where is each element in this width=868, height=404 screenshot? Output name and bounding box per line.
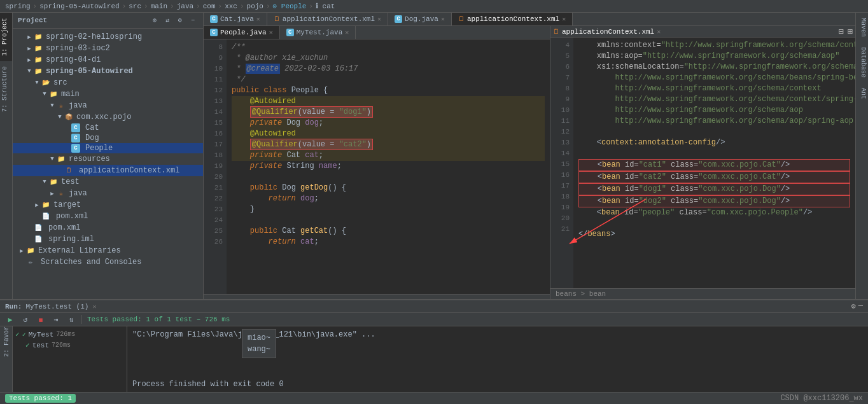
status-pass-badge: Tests passed: 1 (5, 394, 76, 403)
people-java-editor: C People.java ✕ C MyTest.java ✕ 8 9 10 (204, 26, 550, 299)
second-tab-bar: C People.java ✕ C MyTest.java ✕ (204, 26, 550, 39)
appctx-editor: 🗒 applicationContext.xml ✕ ⊟ ⊞ 4 5 6 7 (550, 26, 855, 299)
run-step-btn[interactable]: ⇥ (51, 314, 61, 324)
collapse-icon[interactable]: − (188, 15, 198, 25)
run-status-bar: Run: MyTest.test (1) ✕ ⚙ — (0, 300, 868, 313)
tree-item-spring05[interactable]: ▼ 📁 spring-05-Autowired (13, 66, 203, 77)
structure-tab[interactable]: 7: Structure (0, 61, 12, 117)
tree-item-package[interactable]: ▼ 📦 com.xxc.pojo (13, 111, 203, 123)
console-wang: wang~ (248, 344, 270, 355)
test-test[interactable]: ✓ test 726ms (15, 340, 124, 351)
project-sidebar: Project ⊕ ⇄ ⚙ − ▶ 📁 spring-02-hellosprin… (13, 13, 204, 299)
left-vertical-tabs: 1: Project 7: Structure (0, 13, 13, 299)
tree-item-pom[interactable]: 📄 pom.xml (13, 222, 203, 233)
bottom-content: 2: Favorites ✓ ✓ MyTest 726ms ✓ test 726… (0, 326, 868, 392)
project-tree: ▶ 📁 spring-02-hellospring ▶ 📁 spring-03-… (13, 29, 203, 299)
run-toolbar-right: ⚙ — (851, 302, 863, 311)
tree-item-test-java[interactable]: ▶ ☕ java (13, 188, 203, 199)
database-tab[interactable]: Database (856, 42, 868, 83)
run-minimize-icon[interactable]: — (858, 302, 863, 311)
add-icon[interactable]: ⊕ (150, 15, 160, 25)
close-appctx-tab[interactable]: ✕ (657, 28, 661, 36)
tree-item-src[interactable]: ▼ 📂 src (13, 77, 203, 88)
tab-appctx-2[interactable]: 🗒 applicationContext.xml ✕ (452, 13, 573, 25)
horizontal-scrollbar-left[interactable] (204, 294, 550, 299)
right-code-area: 4 5 6 7 8 9 10 11 12 13 14 15 16 17 (550, 38, 855, 288)
tree-item-target[interactable]: ▶ 📁 target (13, 199, 203, 211)
run-rerun-btn[interactable]: ↺ (20, 314, 31, 324)
tree-item-spring03[interactable]: ▶ 📁 spring-03-ioc2 (13, 43, 203, 54)
console-miao: miao~ (248, 332, 270, 344)
sidebar-title: Project (18, 17, 47, 24)
favorites-tab[interactable]: 2: Favorites (1, 329, 11, 339)
people-java-code[interactable]: /** * @author xie_xuchun * @create 2022-… (227, 39, 550, 294)
run-settings-icon[interactable]: ⚙ (851, 302, 856, 311)
line-numbers-left: 8 9 10 11 12 13 14 15 16 17 18 19 20 21 (204, 39, 227, 294)
run-play-btn[interactable]: ▶ (5, 314, 15, 324)
editor-area: C Cat.java ✕ 🗒 applicationContext.xml ✕ … (204, 13, 855, 299)
tree-item-ext-libs[interactable]: ▶ 📁 External Libraries (13, 245, 203, 256)
bottom-left-tabs: 2: Favorites (0, 326, 13, 392)
people-java-content: 8 9 10 11 12 13 14 15 16 17 18 19 20 21 (204, 39, 550, 294)
tree-item-spring04[interactable]: ▶ 📁 spring-04-di (13, 54, 203, 66)
right-status-bar: beans > bean (550, 288, 855, 299)
tab-dog-java[interactable]: C Dog.java ✕ (388, 13, 452, 25)
tree-item-scratches[interactable]: ✏ Scratches and Consoles (13, 256, 203, 268)
maximize-icon[interactable]: ⊞ (848, 26, 853, 37)
tab-cat-java[interactable]: C Cat.java ✕ (204, 13, 267, 25)
right-line-numbers: 4 5 6 7 8 9 10 11 12 13 14 15 16 17 (550, 38, 573, 288)
tree-item-dog[interactable]: C Dog (13, 133, 203, 143)
tree-item-people[interactable]: C People (13, 143, 203, 153)
tab-appctx-1[interactable]: 🗒 applicationContext.xml ✕ (267, 13, 388, 25)
tree-item-appctx[interactable]: 🗒 applicationContext.xml (13, 165, 203, 176)
run-sort-btn[interactable]: ⇅ (66, 314, 76, 324)
breadcrumb: spring › spring-05-Autowired › src › mai… (0, 0, 868, 13)
test-tree: ✓ ✓ MyTest 726ms ✓ test 726ms (13, 326, 127, 392)
tree-item-iml[interactable]: 📄 spring.iml (13, 233, 203, 245)
right-sidebar-tabs: Maven Database Ant (855, 13, 868, 299)
sync-icon[interactable]: ⇄ (162, 15, 172, 25)
breadcrumb-project[interactable]: spring-05-Autowired (39, 3, 119, 10)
bottom-panel: Run: MyTest.test (1) ✕ ⚙ — ▶ ↺ ◼ ⇥ ⇅ Tes… (0, 299, 868, 404)
tree-item-spring02[interactable]: ▶ 📁 spring-02-hellospring (13, 31, 203, 43)
sidebar-toolbar: ⊕ ⇄ ⚙ − (150, 15, 198, 25)
settings-icon[interactable]: ⚙ (175, 15, 185, 25)
tree-item-cat[interactable]: C Cat (13, 123, 203, 133)
breadcrumb-spring[interactable]: spring (5, 3, 31, 10)
sidebar-header: Project ⊕ ⇄ ⚙ − (13, 13, 203, 29)
console-process-end: Process finished with exit code 0 (132, 379, 863, 390)
ant-tab[interactable]: Ant (856, 83, 868, 104)
run-close-btn[interactable]: ✕ (92, 303, 96, 310)
run-controls-toolbar: ▶ ↺ ◼ ⇥ ⇅ Tests passed: 1 of 1 test – 72… (0, 313, 868, 326)
top-tab-bar: C Cat.java ✕ 🗒 applicationContext.xml ✕ … (204, 13, 855, 26)
tree-item-pom-inner[interactable]: 📄 pom.xml (13, 211, 203, 222)
console-area: "C:\Program Files\Java\jdk1.8.0_121\bin\… (127, 326, 868, 392)
split-icon[interactable]: ⊟ (838, 26, 843, 37)
tree-item-main[interactable]: ▼ 📁 main (13, 88, 203, 100)
project-tab[interactable]: 1: Project (0, 13, 12, 61)
tests-passed-label: Tests passed: 1 of 1 test – 726 ms (87, 316, 230, 323)
tab-mytest-java[interactable]: C MyTest.java ✕ (280, 26, 356, 39)
test-mytest[interactable]: ✓ ✓ MyTest 726ms (15, 329, 124, 340)
tab-people-java[interactable]: C People.java ✕ (204, 26, 280, 39)
tree-item-test[interactable]: ▼ 📁 test (13, 176, 203, 188)
console-popup: miao~ wang~ (242, 329, 276, 358)
tree-item-resources[interactable]: ▼ 📁 resources (13, 153, 203, 165)
right-tab-bar: 🗒 applicationContext.xml ✕ ⊟ ⊞ (550, 26, 855, 38)
tree-item-java[interactable]: ▼ ☕ java (13, 100, 203, 111)
bottom-status-bar: Tests passed: 1 CSDN @xxc113206_wx (0, 392, 868, 404)
maven-tab[interactable]: Maven (856, 13, 868, 42)
csdn-watermark: CSDN @xxc113206_wx (780, 394, 863, 403)
run-stop-btn[interactable]: ◼ (36, 314, 46, 324)
editors-split: C People.java ✕ C MyTest.java ✕ 8 9 10 (204, 26, 855, 299)
appctx-code[interactable]: xmlns:context="http://www.springframewor… (573, 38, 855, 288)
